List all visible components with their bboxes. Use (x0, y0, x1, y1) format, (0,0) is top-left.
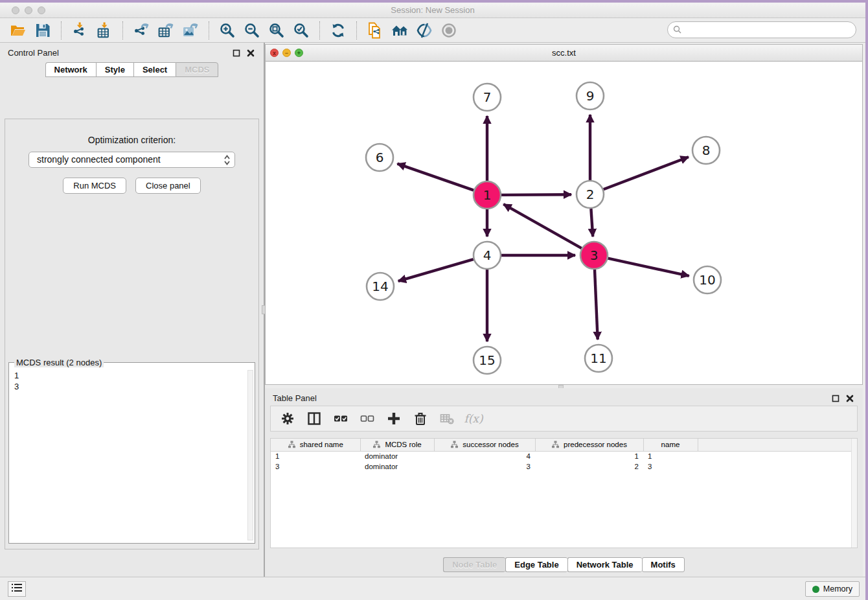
function-builder-icon: f(x) (466, 411, 481, 426)
node-table: shared nameMCDS rolesuccessor nodesprede… (270, 438, 858, 548)
cell-MCDS-role[interactable]: dominator (360, 461, 434, 472)
svg-text:11: 11 (590, 351, 606, 366)
tab-edge-table[interactable]: Edge Table (505, 557, 567, 572)
tab-select[interactable]: Select (133, 62, 176, 77)
optimization-criterion-label: Optimization criterion: (5, 135, 258, 145)
cell-predecessor-nodes[interactable]: 2 (535, 461, 643, 472)
cell-successor-nodes[interactable]: 3 (434, 461, 535, 472)
result-line: 3 (14, 381, 249, 392)
column-header-shared-name[interactable]: shared name (271, 439, 360, 451)
refresh-icon[interactable] (329, 21, 347, 40)
zoom-out-icon[interactable] (243, 21, 261, 40)
zoom-fit-icon[interactable] (268, 21, 286, 40)
close-table-panel-icon[interactable] (846, 393, 854, 405)
graph-node-6[interactable]: 6 (366, 144, 393, 171)
search-input[interactable] (667, 21, 856, 38)
cell-shared-name[interactable]: 1 (271, 451, 360, 461)
cell-name[interactable]: 3 (643, 461, 698, 472)
graph-edge-1-2[interactable] (501, 194, 571, 195)
status-bar: Memory (0, 577, 865, 600)
search-box (667, 21, 856, 38)
table-row[interactable]: 1dominator411 (271, 451, 857, 461)
graph-node-2[interactable]: 2 (577, 181, 604, 208)
table-panel-header: Table Panel (265, 388, 863, 408)
list-icon (12, 583, 22, 595)
control-panel-title: Control Panel (8, 48, 59, 58)
result-line: 1 (14, 370, 249, 381)
graph-node-10[interactable]: 10 (694, 266, 721, 294)
tab-mcds[interactable]: MCDS (176, 62, 218, 77)
run-mcds-button[interactable]: Run MCDS (63, 178, 126, 194)
float-panel-icon[interactable] (233, 48, 240, 60)
network-view-window: x − + scc.txt 7961284314101511 (265, 44, 863, 385)
export-network-icon[interactable] (132, 21, 150, 40)
graph-node-8[interactable]: 8 (692, 137, 720, 164)
graph-node-14[interactable]: 14 (367, 273, 394, 300)
zoom-selected-icon[interactable] (292, 21, 310, 40)
tab-node-table[interactable]: Node Table (443, 557, 505, 572)
memory-button[interactable]: Memory (805, 581, 860, 597)
table-row[interactable]: 3dominator323 (271, 461, 857, 472)
show-columns-icon[interactable] (333, 411, 348, 426)
close-panel-icon[interactable] (247, 48, 255, 60)
delete-column-icon[interactable] (413, 411, 428, 426)
table-scrollbar[interactable] (851, 439, 857, 548)
column-header-successor-nodes[interactable]: successor nodes (434, 439, 535, 451)
sort-icon (551, 441, 560, 448)
mcds-result-box: MCDS result (2 nodes) 13 (8, 358, 255, 544)
main-toolbar (0, 19, 865, 43)
cell-shared-name[interactable]: 3 (271, 461, 360, 472)
tab-style[interactable]: Style (96, 62, 133, 77)
open-file-icon[interactable] (9, 21, 27, 40)
duplicate-network-icon[interactable] (366, 21, 384, 40)
graph-node-1[interactable]: 1 (474, 181, 501, 209)
selected-option: strongly connected component (37, 154, 161, 165)
graph-node-15[interactable]: 15 (474, 347, 501, 374)
optimization-criterion-select[interactable]: strongly connected component (29, 152, 235, 168)
graph-node-7[interactable]: 7 (474, 84, 501, 111)
task-history-button[interactable] (8, 581, 26, 597)
svg-text:15: 15 (479, 352, 495, 368)
column-header-predecessor-nodes[interactable]: predecessor nodes (535, 439, 643, 451)
toggle-graphics-details-icon[interactable] (415, 21, 433, 40)
network-canvas[interactable]: 7961284314101511 (266, 62, 862, 384)
import-table-icon[interactable] (95, 21, 113, 40)
graph-edge-3-10[interactable] (608, 259, 689, 276)
tab-network[interactable]: Network (45, 62, 96, 77)
export-table-icon[interactable] (157, 21, 175, 40)
graph-edge-2-8[interactable] (604, 157, 689, 189)
graph-node-4[interactable]: 4 (474, 242, 501, 269)
graph-edge-3-11[interactable] (595, 270, 598, 340)
graph-node-9[interactable]: 9 (577, 82, 604, 110)
graph-edge-2-3[interactable] (591, 209, 593, 237)
cell-name[interactable]: 1 (643, 451, 698, 461)
graph-edge-1-6[interactable] (397, 164, 474, 190)
result-scrollbar[interactable] (247, 370, 253, 540)
delete-table-icon (439, 411, 455, 426)
cell-successor-nodes[interactable]: 4 (434, 451, 535, 461)
gear-icon[interactable] (280, 411, 295, 426)
graph-edge-3-1[interactable] (503, 204, 582, 248)
column-header-name[interactable]: name (643, 439, 698, 451)
hide-columns-icon[interactable] (360, 411, 375, 426)
home-icon[interactable] (391, 21, 409, 40)
column-view-icon[interactable] (306, 411, 322, 426)
graph-edge-4-14[interactable] (398, 259, 474, 281)
graph-node-11[interactable]: 11 (585, 345, 612, 372)
float-table-panel-icon[interactable] (832, 393, 839, 405)
column-header-MCDS-role[interactable]: MCDS role (360, 439, 434, 451)
save-session-icon[interactable] (34, 21, 52, 40)
zoom-in-icon[interactable] (218, 21, 236, 40)
cell-predecessor-nodes[interactable]: 1 (535, 451, 643, 461)
import-network-icon[interactable] (71, 21, 89, 40)
svg-text:10: 10 (699, 272, 715, 288)
eye-icon (440, 21, 458, 40)
close-panel-button[interactable]: Close panel (135, 178, 201, 194)
tab-motifs[interactable]: Motifs (642, 557, 685, 572)
svg-text:7: 7 (483, 89, 492, 105)
tab-network-table[interactable]: Network Table (567, 557, 642, 572)
graph-node-3[interactable]: 3 (580, 242, 608, 269)
export-image-icon[interactable] (181, 21, 200, 40)
cell-MCDS-role[interactable]: dominator (360, 451, 434, 461)
add-column-icon[interactable] (386, 411, 402, 426)
